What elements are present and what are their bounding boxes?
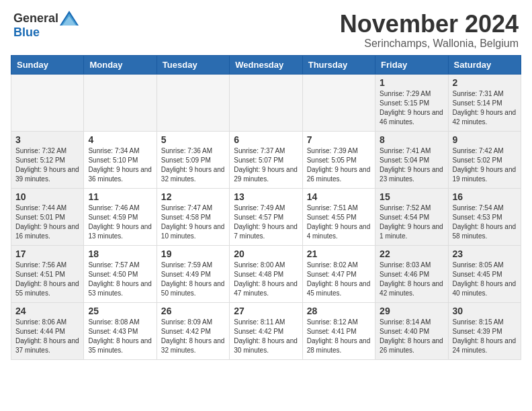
calendar-day: 18Sunrise: 7:57 AM Sunset: 4:50 PM Dayli… <box>84 245 157 302</box>
logo: General Blue <box>13 11 79 40</box>
calendar-day: 23Sunrise: 8:05 AM Sunset: 4:45 PM Dayli… <box>448 245 521 302</box>
calendar-day: 12Sunrise: 7:47 AM Sunset: 4:58 PM Dayli… <box>157 188 229 245</box>
calendar-day <box>157 74 229 131</box>
calendar-day: 7Sunrise: 7:39 AM Sunset: 5:05 PM Daylig… <box>302 131 375 188</box>
calendar-day: 13Sunrise: 7:49 AM Sunset: 4:57 PM Dayli… <box>230 188 302 245</box>
title-section: November 2024 Serinchamps, Wallonia, Bel… <box>340 11 519 50</box>
day-info: Sunrise: 7:41 AM Sunset: 5:04 PM Dayligh… <box>380 146 443 184</box>
calendar-day: 19Sunrise: 7:59 AM Sunset: 4:49 PM Dayli… <box>157 245 229 302</box>
day-number: 29 <box>380 306 443 316</box>
day-info: Sunrise: 7:49 AM Sunset: 4:57 PM Dayligh… <box>234 203 298 241</box>
day-info: Sunrise: 7:39 AM Sunset: 5:05 PM Dayligh… <box>307 146 371 184</box>
day-info: Sunrise: 7:59 AM Sunset: 4:49 PM Dayligh… <box>161 261 225 298</box>
calendar-day <box>84 74 157 131</box>
calendar-week-3: 10Sunrise: 7:44 AM Sunset: 5:01 PM Dayli… <box>11 188 521 245</box>
header-day-friday: Friday <box>375 55 448 74</box>
day-number: 20 <box>234 248 298 259</box>
calendar-header-row: SundayMondayTuesdayWednesdayThursdayFrid… <box>11 55 521 74</box>
day-number: 5 <box>161 134 225 145</box>
calendar-day: 26Sunrise: 8:09 AM Sunset: 4:42 PM Dayli… <box>157 302 229 359</box>
header-day-monday: Monday <box>84 55 157 74</box>
calendar-day: 2Sunrise: 7:31 AM Sunset: 5:14 PM Daylig… <box>448 74 521 131</box>
calendar-day: 27Sunrise: 8:11 AM Sunset: 4:42 PM Dayli… <box>230 302 302 359</box>
day-info: Sunrise: 7:42 AM Sunset: 5:02 PM Dayligh… <box>453 146 517 184</box>
day-info: Sunrise: 8:09 AM Sunset: 4:42 PM Dayligh… <box>161 318 225 355</box>
calendar-day: 8Sunrise: 7:41 AM Sunset: 5:04 PM Daylig… <box>375 131 448 188</box>
day-info: Sunrise: 7:37 AM Sunset: 5:07 PM Dayligh… <box>234 146 298 184</box>
day-info: Sunrise: 8:00 AM Sunset: 4:48 PM Dayligh… <box>234 261 298 298</box>
calendar-day: 25Sunrise: 8:08 AM Sunset: 4:43 PM Dayli… <box>84 302 157 359</box>
day-info: Sunrise: 8:05 AM Sunset: 4:45 PM Dayligh… <box>453 261 517 298</box>
day-number: 24 <box>15 306 79 316</box>
calendar-week-5: 24Sunrise: 8:06 AM Sunset: 4:44 PM Dayli… <box>11 302 521 359</box>
day-number: 25 <box>88 306 152 316</box>
day-number: 8 <box>380 134 443 145</box>
day-number: 26 <box>161 306 225 316</box>
calendar-week-2: 3Sunrise: 7:32 AM Sunset: 5:12 PM Daylig… <box>11 131 521 188</box>
logo-general-text: General <box>13 11 58 26</box>
day-info: Sunrise: 7:29 AM Sunset: 5:15 PM Dayligh… <box>380 89 443 127</box>
calendar-day: 22Sunrise: 8:03 AM Sunset: 4:46 PM Dayli… <box>375 245 448 302</box>
calendar-day: 14Sunrise: 7:51 AM Sunset: 4:55 PM Dayli… <box>302 188 375 245</box>
day-number: 10 <box>15 191 79 202</box>
calendar-day: 29Sunrise: 8:14 AM Sunset: 4:40 PM Dayli… <box>375 302 448 359</box>
day-info: Sunrise: 7:52 AM Sunset: 4:54 PM Dayligh… <box>380 203 443 241</box>
day-info: Sunrise: 8:02 AM Sunset: 4:47 PM Dayligh… <box>307 261 371 298</box>
day-info: Sunrise: 7:56 AM Sunset: 4:51 PM Dayligh… <box>15 261 79 298</box>
month-title: November 2024 <box>340 11 519 38</box>
calendar-day: 17Sunrise: 7:56 AM Sunset: 4:51 PM Dayli… <box>11 245 84 302</box>
day-info: Sunrise: 7:51 AM Sunset: 4:55 PM Dayligh… <box>307 203 371 241</box>
day-info: Sunrise: 7:47 AM Sunset: 4:58 PM Dayligh… <box>161 203 225 241</box>
calendar-day: 9Sunrise: 7:42 AM Sunset: 5:02 PM Daylig… <box>448 131 521 188</box>
day-number: 15 <box>380 191 443 202</box>
calendar-week-4: 17Sunrise: 7:56 AM Sunset: 4:51 PM Dayli… <box>11 245 521 302</box>
day-info: Sunrise: 8:08 AM Sunset: 4:43 PM Dayligh… <box>88 318 152 355</box>
day-info: Sunrise: 7:31 AM Sunset: 5:14 PM Dayligh… <box>453 89 517 127</box>
calendar-day: 24Sunrise: 8:06 AM Sunset: 4:44 PM Dayli… <box>11 302 84 359</box>
day-number: 3 <box>15 134 79 145</box>
day-number: 12 <box>161 191 225 202</box>
day-number: 1 <box>380 77 443 88</box>
day-info: Sunrise: 7:54 AM Sunset: 4:53 PM Dayligh… <box>453 203 517 241</box>
day-number: 4 <box>88 134 152 145</box>
logo-blue-text: Blue <box>13 26 40 40</box>
calendar-day: 6Sunrise: 7:37 AM Sunset: 5:07 PM Daylig… <box>230 131 302 188</box>
calendar-day: 21Sunrise: 8:02 AM Sunset: 4:47 PM Dayli… <box>302 245 375 302</box>
calendar-day: 3Sunrise: 7:32 AM Sunset: 5:12 PM Daylig… <box>11 131 84 188</box>
day-info: Sunrise: 8:11 AM Sunset: 4:42 PM Dayligh… <box>234 318 298 355</box>
calendar-day: 16Sunrise: 7:54 AM Sunset: 4:53 PM Dayli… <box>448 188 521 245</box>
header: General Blue November 2024 Serinchamps, … <box>0 0 532 55</box>
day-number: 16 <box>453 191 517 202</box>
day-info: Sunrise: 8:15 AM Sunset: 4:39 PM Dayligh… <box>453 318 517 355</box>
day-number: 22 <box>380 248 443 259</box>
calendar-day <box>230 74 302 131</box>
calendar-day: 5Sunrise: 7:36 AM Sunset: 5:09 PM Daylig… <box>157 131 229 188</box>
header-day-saturday: Saturday <box>448 55 521 74</box>
day-number: 27 <box>234 306 298 316</box>
day-number: 13 <box>234 191 298 202</box>
calendar-day: 1Sunrise: 7:29 AM Sunset: 5:15 PM Daylig… <box>375 74 448 131</box>
day-info: Sunrise: 8:03 AM Sunset: 4:46 PM Dayligh… <box>380 261 443 298</box>
day-number: 11 <box>88 191 152 202</box>
day-info: Sunrise: 7:34 AM Sunset: 5:10 PM Dayligh… <box>88 146 152 184</box>
day-info: Sunrise: 7:36 AM Sunset: 5:09 PM Dayligh… <box>161 146 225 184</box>
day-number: 28 <box>307 306 371 316</box>
day-number: 30 <box>453 306 517 316</box>
day-number: 2 <box>453 77 517 88</box>
calendar-day <box>11 74 84 131</box>
calendar-day: 4Sunrise: 7:34 AM Sunset: 5:10 PM Daylig… <box>84 131 157 188</box>
header-day-tuesday: Tuesday <box>157 55 229 74</box>
calendar-table: SundayMondayTuesdayWednesdayThursdayFrid… <box>11 55 521 360</box>
day-number: 23 <box>453 248 517 259</box>
header-day-thursday: Thursday <box>302 55 375 74</box>
calendar-day: 11Sunrise: 7:46 AM Sunset: 4:59 PM Dayli… <box>84 188 157 245</box>
day-info: Sunrise: 8:14 AM Sunset: 4:40 PM Dayligh… <box>380 318 443 355</box>
day-number: 19 <box>161 248 225 259</box>
day-info: Sunrise: 7:46 AM Sunset: 4:59 PM Dayligh… <box>88 203 152 241</box>
calendar-day: 30Sunrise: 8:15 AM Sunset: 4:39 PM Dayli… <box>448 302 521 359</box>
day-info: Sunrise: 7:57 AM Sunset: 4:50 PM Dayligh… <box>88 261 152 298</box>
location: Serinchamps, Wallonia, Belgium <box>340 38 519 50</box>
day-info: Sunrise: 8:06 AM Sunset: 4:44 PM Dayligh… <box>15 318 79 355</box>
calendar-day <box>302 74 375 131</box>
day-number: 17 <box>15 248 79 259</box>
